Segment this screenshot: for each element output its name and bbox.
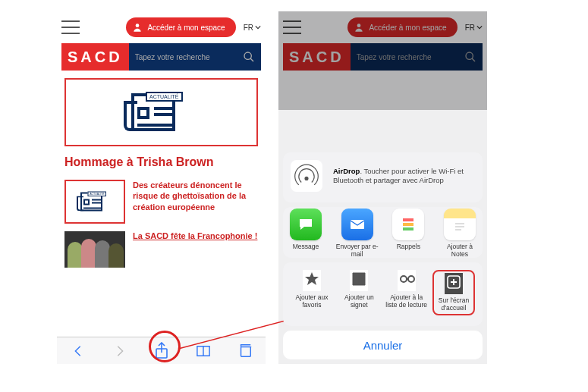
topbar: Accéder à mon espace FR — [57, 11, 266, 43]
search-input[interactable]: Tapez votre recherche — [129, 43, 261, 71]
action-bookmark[interactable]: Ajouter un signet — [338, 270, 380, 315]
story-3-title: La SACD fête la Francophonie ! — [133, 231, 257, 240]
svg-rect-3 — [241, 347, 250, 356]
svg-point-0 — [136, 24, 140, 27]
svg-rect-7 — [351, 220, 364, 229]
back-button[interactable] — [70, 343, 86, 359]
svg-point-1 — [244, 52, 251, 59]
login-button[interactable]: Accéder à mon espace — [126, 17, 235, 37]
app-message[interactable]: Message — [285, 209, 327, 259]
login-label: Accéder à mon espace — [147, 24, 225, 32]
action-favorites[interactable]: Ajouter aux favoris — [291, 270, 333, 315]
user-icon — [132, 22, 143, 33]
apps-panel: Message Envoyer par e-mail Rappels Ajout… — [283, 207, 483, 259]
actions-panel: Ajouter aux favoris Ajouter un signet Aj… — [283, 262, 483, 326]
share-button[interactable] — [153, 343, 170, 359]
svg-point-12 — [408, 276, 414, 282]
dim-overlay — [278, 11, 487, 110]
app-reminders[interactable]: Rappels — [387, 209, 429, 259]
share-sheet: AirDrop. Toucher pour activer le Wi-Fi e… — [283, 152, 483, 359]
story-3[interactable]: La SACD fête la Francophonie ! — [64, 231, 258, 268]
cancel-button[interactable]: Annuler — [283, 331, 483, 359]
airdrop-icon — [291, 160, 322, 192]
svg-rect-9 — [403, 223, 413, 226]
story-3-thumb — [64, 231, 125, 268]
action-readinglist[interactable]: Ajouter à la liste de lecture — [385, 270, 428, 315]
svg-point-6 — [304, 177, 308, 180]
story-2-thumb: ACTUALITÉ — [64, 180, 125, 224]
phone-right: Accéder à mon espace FR SACD Tapez votre… — [278, 11, 487, 364]
bookmarks-button[interactable] — [195, 343, 212, 359]
search-placeholder: Tapez votre recherche — [135, 53, 210, 61]
svg-rect-10 — [403, 227, 413, 230]
newspaper-icon: ACTUALITÉ — [131, 93, 192, 131]
logo[interactable]: SACD — [61, 43, 129, 71]
chevron-down-icon — [255, 24, 261, 30]
forward-button[interactable] — [112, 343, 128, 359]
headline[interactable]: Hommage à Trisha Brown — [64, 155, 258, 169]
airdrop-panel[interactable]: AirDrop. Toucher pour activer le Wi-Fi e… — [283, 152, 483, 202]
phone-left: Accéder à mon espace FR SACD Tapez votre… — [57, 11, 266, 364]
airdrop-text: AirDrop. Toucher pour activer le Wi-Fi e… — [333, 167, 475, 186]
search-icon — [243, 51, 255, 63]
action-homescreen[interactable]: Sur l'écran d'accueil — [432, 270, 475, 315]
svg-rect-8 — [403, 218, 413, 221]
brand-row: SACD Tapez votre recherche — [57, 43, 266, 71]
content-area: ACTUALITÉ Hommage à Trisha Brown ACTUALI… — [57, 71, 266, 337]
app-notes[interactable]: Ajouter à Notes — [439, 209, 481, 259]
safari-toolbar — [57, 337, 266, 364]
app-mail[interactable]: Envoyer par e-mail — [336, 209, 379, 259]
hero-card[interactable]: ACTUALITÉ — [64, 78, 258, 146]
svg-point-11 — [401, 276, 407, 282]
menu-icon[interactable] — [61, 20, 80, 34]
story-2[interactable]: ACTUALITÉ Des créateurs dénoncent le ris… — [64, 180, 258, 224]
story-2-title: Des créateurs dénoncent le risque de ghe… — [133, 180, 258, 224]
language-selector[interactable]: FR — [244, 24, 261, 32]
tabs-button[interactable] — [237, 343, 253, 359]
